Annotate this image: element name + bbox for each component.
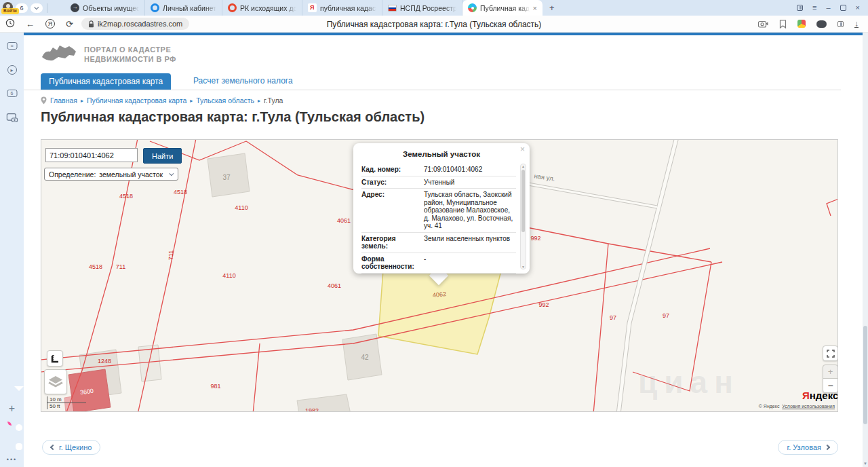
chevron-down-icon <box>169 171 174 176</box>
breadcrumb-item-1[interactable]: Публичная кадастровая карта <box>87 96 186 105</box>
yandex-button[interactable]: Я <box>45 19 55 29</box>
page-heading: Публичная кадастровая карта: г.Тула (Тул… <box>41 109 425 125</box>
protect-camera-icon[interactable] <box>758 20 768 28</box>
logo-line1: ПОРТАЛ О КАДАСТРЕ <box>84 45 176 54</box>
prev-city-button[interactable]: г. Щекино <box>42 440 100 455</box>
video-play-icon[interactable]: ▸ <box>7 65 17 75</box>
nav-tab-cadastral-map[interactable]: Публичная кадастровая карта <box>41 73 171 90</box>
fullscreen-button[interactable] <box>823 345 838 361</box>
browser-tab-4[interactable]: НСПД Росреестр. NSPD п <box>382 0 462 16</box>
scroll-up-icon[interactable]: ▲ <box>521 164 525 168</box>
russia-map-icon <box>41 42 77 67</box>
side-panel-icon[interactable] <box>797 5 803 11</box>
tabs-counter-icon[interactable]: 6 <box>7 90 17 97</box>
site-nav: Публичная кадастровая карта Расчет земел… <box>24 73 841 90</box>
scroll-down-icon[interactable]: ▼ <box>521 265 525 269</box>
prev-city-label: г. Щекино <box>59 443 92 451</box>
page-scroll-thumb[interactable] <box>863 326 867 424</box>
tab-label: НСПД Росреестр. NSPD п <box>400 4 456 12</box>
scale-bar: 10 m 50 ft <box>47 396 86 409</box>
popup-row-value: Тульская область, Заокский район, Муници… <box>421 191 516 230</box>
popup-row-value: Земли населенных пунктов <box>421 235 516 250</box>
search-button[interactable]: Найти <box>143 148 182 164</box>
chevron-left-icon <box>50 445 56 450</box>
parcel-info-popup: × Земельный участок Кад. номер:71:09:010… <box>353 143 530 274</box>
search-input[interactable] <box>45 148 138 162</box>
filter-value: земельный участок <box>99 170 163 179</box>
add-app-icon[interactable]: + <box>9 403 15 415</box>
popup-row-value: 71:09:010401:4062 <box>421 166 516 174</box>
yandex-icon <box>308 3 317 12</box>
browser-tab-5[interactable]: Публичная кадастров× <box>462 0 542 16</box>
breadcrumb-separator: ▸ <box>190 98 193 104</box>
layers-button[interactable] <box>44 369 67 394</box>
restore-button[interactable] <box>840 5 846 11</box>
cadastral-map[interactable]: 4518451841104061451871171141104061992992… <box>41 139 838 412</box>
lock-icon <box>88 20 94 28</box>
browser-tab-bar: Войти 6 Объекты имущества - ФЛичный каби… <box>0 0 868 16</box>
browser-tab-0[interactable]: Объекты имущества - Ф <box>65 0 145 16</box>
scroll-down-arrow[interactable]: ▼ <box>863 462 867 466</box>
tab-close-icon[interactable]: × <box>533 4 537 12</box>
url-bar[interactable]: ik2map.roscadastres.com <box>81 18 189 30</box>
popup-row-1: Статус:Учтенный <box>361 176 516 189</box>
zoom-in-button[interactable]: + <box>823 365 838 379</box>
tab-label: публичная кадастрова <box>320 4 376 12</box>
site-content: ПОРТАЛ О КАДАСТРЕ НЕДВИЖИМОСТИ В РФ Публ… <box>24 33 863 467</box>
breadcrumb-item-2[interactable]: Тульская область <box>196 96 254 105</box>
terms-link[interactable]: Условия использования <box>782 404 835 409</box>
russia-flag-icon <box>388 5 397 12</box>
login-badge[interactable]: Войти <box>1 8 19 14</box>
scale-imperial: 50 ft <box>47 403 74 409</box>
close-window-button[interactable]: × <box>856 4 860 12</box>
breadcrumb-separator: ▸ <box>81 98 83 104</box>
nav-tab-land-tax[interactable]: Расчет земельного налога <box>193 76 293 86</box>
blue-ring-icon <box>151 3 159 12</box>
alice-bar-icon[interactable] <box>816 20 827 28</box>
site-logo[interactable]: ПОРТАЛ О КАДАСТРЕ НЕДВИЖИМОСТИ В РФ <box>41 42 176 67</box>
browser-profile[interactable]: Войти 6 <box>0 0 65 16</box>
scale-metric: 10 m <box>47 396 86 403</box>
popup-row-5: Кадастровая стоимость:1002998.25 руб <box>361 273 516 274</box>
scroll-thumb[interactable] <box>521 170 525 232</box>
new-tab-button[interactable]: + <box>542 3 561 13</box>
screenshot-icon[interactable] <box>6 113 18 125</box>
minimize-button[interactable]: – <box>826 4 830 12</box>
next-city-button[interactable]: г. Узловая <box>778 440 838 455</box>
download-icon[interactable]: ↓ <box>854 20 859 28</box>
browser-tab-3[interactable]: публичная кадастрова <box>302 0 382 16</box>
map-pin-icon <box>41 96 47 105</box>
bookmark-icon[interactable] <box>779 20 787 29</box>
divider <box>47 3 47 13</box>
close-icon[interactable]: × <box>520 145 525 154</box>
collections-icon[interactable] <box>837 21 844 27</box>
popup-row-value: Учтенный <box>421 179 516 187</box>
object-type-select[interactable]: Определение: земельный участок <box>44 168 178 181</box>
popup-row-label: Статус: <box>361 179 421 187</box>
popup-row-label: Форма собственности: <box>361 255 421 271</box>
browser-tab-1[interactable]: Личный кабинет <box>145 0 222 16</box>
breadcrumb-item-0[interactable]: Главная <box>50 96 77 105</box>
chevron-right-icon <box>825 445 830 450</box>
ruler-button[interactable] <box>47 350 63 367</box>
tab-label: Публичная кадастров <box>480 4 530 12</box>
breadcrumb-item-3: г.Тула <box>264 96 283 105</box>
reload-button[interactable]: ⟳ <box>66 20 73 29</box>
menu-icon[interactable]: ≡ <box>812 4 816 12</box>
feed-icon[interactable]: ≡ <box>7 42 17 50</box>
arrow-circle-icon <box>71 3 79 12</box>
tab-list-dropdown[interactable] <box>31 3 43 13</box>
window-controls: ≡ – × <box>797 4 868 12</box>
page-scrollbar[interactable]: ▼ <box>863 33 868 467</box>
breadcrumb-separator: ▸ <box>258 98 260 104</box>
history-clock-icon[interactable] <box>5 18 15 29</box>
popup-scrollbar[interactable]: ▲ ▼ <box>520 164 526 269</box>
extension-icon[interactable] <box>797 20 806 28</box>
more-dots-icon[interactable]: ••• <box>7 456 17 463</box>
browser-tab-2[interactable]: РК исходящих документ <box>222 0 302 16</box>
popup-row-value: - <box>421 255 516 271</box>
tab-strip: Объекты имущества - ФЛичный кабинетРК ис… <box>65 0 542 16</box>
map-search: Найти <box>45 148 182 164</box>
back-button[interactable]: ← <box>26 20 35 29</box>
yandex-maps-logo[interactable]: Яндекс <box>802 390 838 401</box>
